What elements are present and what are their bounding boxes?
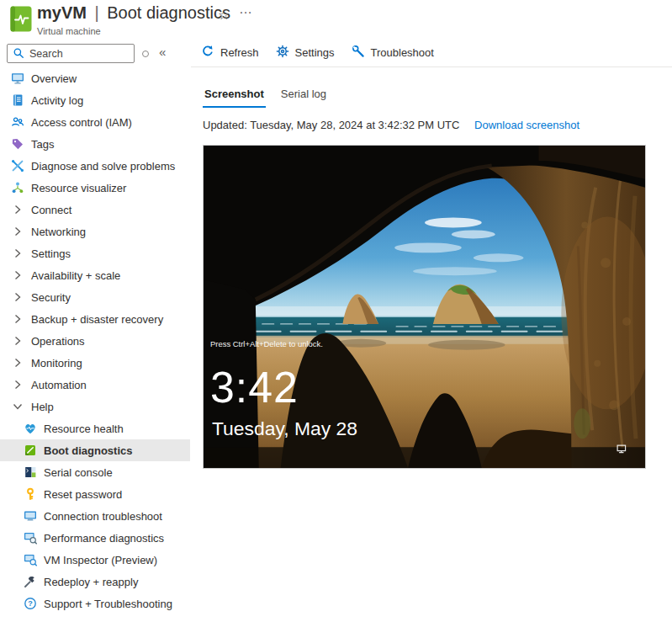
sidebar-item-overview[interactable]: Overview (0, 67, 190, 89)
sidebar-item-label: Performance diagnostics (44, 532, 164, 545)
settings-button[interactable]: Settings (276, 45, 335, 61)
lockscreen-date: Tuesday, May 28 (212, 417, 357, 439)
overview-icon (11, 72, 24, 85)
sidebar-item-label: Backup + disaster recovery (31, 313, 163, 326)
support-icon: ? (24, 597, 37, 610)
sidebar-item-vm-inspector-preview[interactable]: VM Inspector (Preview) (0, 549, 190, 571)
boot-diagnostics-icon (24, 444, 37, 457)
sidebar-item-label: Help (31, 401, 54, 413)
vm-inspector-icon (24, 553, 37, 566)
serial-console-icon (24, 465, 37, 479)
sidebar-item-label: Overview (31, 72, 77, 85)
sidebar-item-automation[interactable]: Automation (0, 374, 190, 396)
sidebar-item-connection-troubleshoot[interactable]: Connection troubleshoot (0, 505, 190, 527)
lockscreen-photo: Press Ctrl+Alt+Delete to unlock. 3:42 Tu… (204, 146, 645, 468)
sidebar-item-redeploy-reapply[interactable]: Redeploy + reapply (0, 571, 190, 593)
sidebar-item-label: Connect (31, 204, 71, 216)
search-input[interactable] (7, 44, 135, 63)
chevron-right-icon (11, 225, 24, 238)
tab-bar: Screenshot Serial log (203, 88, 328, 108)
diagnose-icon (11, 159, 24, 173)
sidebar-item-label: Support + Troubleshooting (44, 598, 172, 610)
tab-screenshot[interactable]: Screenshot (203, 88, 266, 108)
sidebar-item-help[interactable]: Help (0, 396, 190, 417)
sidebar-item-reset-password[interactable]: Reset password (0, 483, 190, 505)
troubleshoot-button[interactable]: Troubleshoot (352, 45, 434, 61)
resource-type-subtitle: Virtual machine (37, 26, 101, 36)
refresh-label: Refresh (220, 46, 259, 59)
sidebar-item-label: Redeploy + reapply (44, 576, 138, 588)
sidebar-item-label: Diagnose and solve problems (31, 160, 175, 173)
sidebar-item-activity-log[interactable]: Activity log (0, 89, 190, 111)
wrench-icon (352, 45, 365, 61)
sidebar-item-label: Connection troubleshoot (44, 510, 162, 523)
chevron-right-icon (11, 290, 24, 304)
sidebar-item-label: Resource visualizer (31, 182, 126, 194)
sidebar-item-label: Availability + scale (31, 269, 120, 282)
sea (252, 316, 584, 338)
resource-health-icon (24, 422, 37, 435)
sidebar-item-tags[interactable]: Tags (0, 133, 190, 155)
horizon-line (252, 316, 584, 317)
sidebar-nav: OverviewActivity logAccess control (IAM)… (0, 67, 190, 614)
sidebar-item-settings[interactable]: Settings (0, 242, 190, 264)
sidebar-item-support-troubleshooting[interactable]: ?Support + Troubleshooting (0, 593, 190, 614)
access-control-icon (11, 115, 24, 129)
chevron-right-icon (11, 312, 24, 326)
sidebar-item-boot-diagnostics[interactable]: Boot diagnostics (0, 439, 190, 461)
sidebar-item-performance-diagnostics[interactable]: Performance diagnostics (0, 527, 190, 549)
tab-serial-log[interactable]: Serial log (279, 88, 328, 108)
chevron-right-icon (11, 334, 24, 348)
sidebar-item-backup-disaster-recovery[interactable]: Backup + disaster recovery (0, 308, 190, 330)
sidebar-item-label: Activity log (31, 94, 83, 107)
updated-timestamp: Updated: Tuesday, May 28, 2024 at 3:42:3… (203, 119, 459, 131)
sidebar-item-security[interactable]: Security (0, 286, 190, 308)
sidebar-item-availability-scale[interactable]: Availability + scale (0, 264, 190, 286)
activity-log-icon (11, 93, 24, 107)
page-title: myVM | Boot diagnostics (37, 3, 230, 23)
chevron-right-icon (11, 203, 24, 216)
sidebar-item-diagnose-and-solve-problems[interactable]: Diagnose and solve problems (0, 155, 190, 177)
refresh-icon (201, 45, 214, 61)
download-screenshot-link[interactable]: Download screenshot (474, 119, 579, 131)
collapse-sidebar-icon[interactable]: « (159, 45, 166, 59)
sidebar-item-label: Reset password (44, 488, 122, 501)
sidebar-item-access-control-iam[interactable]: Access control (IAM) (0, 111, 190, 133)
sidebar-item-label: Operations (31, 335, 85, 348)
performance-diagnostics-icon (24, 531, 37, 545)
command-bar: Refresh Settings Troubleshoot (201, 45, 434, 61)
settings-label: Settings (295, 46, 335, 59)
lockscreen-time: 3:42 (210, 363, 299, 412)
more-options-icon[interactable]: … (239, 2, 253, 17)
sidebar-item-label: Monitoring (31, 357, 82, 369)
chevron-right-icon (11, 247, 24, 260)
sidebar-item-networking[interactable]: Networking (0, 221, 190, 242)
tags-icon (11, 137, 24, 151)
sidebar-item-serial-console[interactable]: Serial console (0, 461, 190, 483)
sidebar-item-resource-health[interactable]: Resource health (0, 417, 190, 439)
sidebar-item-label: Networking (31, 226, 86, 238)
sidebar-item-label: Tags (31, 138, 54, 151)
sidebar-item-label: Automation (31, 379, 87, 391)
vm-boot-screenshot: Press Ctrl+Alt+Delete to unlock. 3:42 Tu… (203, 145, 646, 469)
reset-password-icon (24, 487, 37, 501)
sidebar-item-label: VM Inspector (Preview) (44, 554, 157, 566)
chevron-right-icon (11, 378, 24, 391)
title-separator: | (91, 3, 102, 22)
sidebar-item-label: Serial console (44, 466, 113, 479)
updated-row: Updated: Tuesday, May 28, 2024 at 3:42:3… (203, 119, 579, 131)
refresh-button[interactable]: Refresh (201, 45, 259, 61)
sidebar-item-connect[interactable]: Connect (0, 199, 190, 221)
circle-indicator-icon[interactable] (142, 51, 149, 57)
chevron-right-icon (11, 356, 24, 369)
toolbar-divider (191, 66, 672, 67)
page-name: Boot diagnostics (107, 3, 230, 22)
gear-icon (276, 45, 289, 61)
sidebar-item-monitoring[interactable]: Monitoring (0, 352, 190, 374)
favorite-star-icon[interactable]: ☆ (218, 7, 230, 23)
sidebar-item-resource-visualizer[interactable]: Resource visualizer (0, 177, 190, 199)
lockscreen-unlock-text: Press Ctrl+Alt+Delete to unlock. (210, 339, 323, 348)
sidebar-item-operations[interactable]: Operations (0, 330, 190, 352)
svg-text:?: ? (28, 599, 33, 608)
connection-troubleshoot-icon (24, 509, 37, 523)
